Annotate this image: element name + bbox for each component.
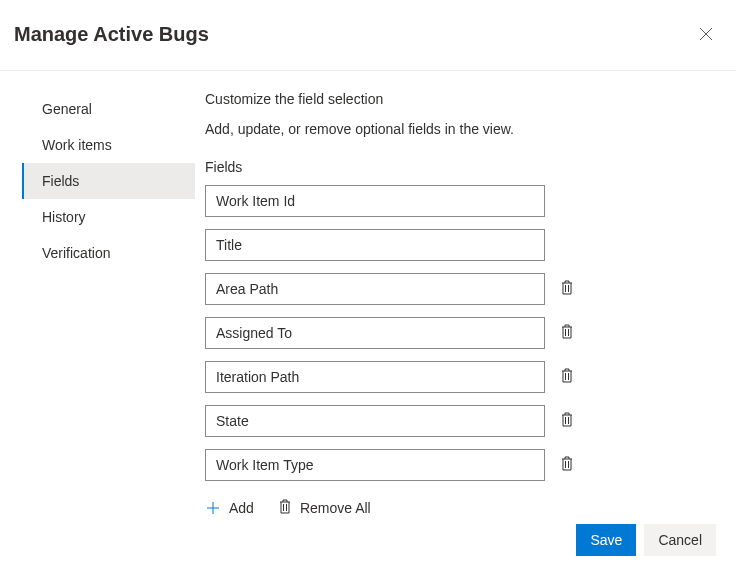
add-field-label: Add bbox=[229, 500, 254, 516]
remove-all-label: Remove All bbox=[300, 500, 371, 516]
close-button[interactable] bbox=[690, 18, 722, 50]
delete-field-button[interactable] bbox=[557, 323, 577, 343]
trash-icon bbox=[278, 499, 292, 517]
field-row bbox=[205, 405, 716, 437]
field-row bbox=[205, 361, 716, 393]
field-row bbox=[205, 185, 716, 217]
content-title: Customize the field selection bbox=[205, 91, 716, 107]
plus-icon bbox=[205, 500, 221, 516]
trash-icon bbox=[560, 324, 574, 342]
fields-section-label: Fields bbox=[205, 159, 716, 175]
save-button[interactable]: Save bbox=[576, 524, 636, 556]
field-row bbox=[205, 273, 716, 305]
sidebar-item-work-items[interactable]: Work items bbox=[22, 127, 195, 163]
trash-icon bbox=[560, 412, 574, 430]
trash-icon bbox=[560, 456, 574, 474]
close-icon bbox=[699, 27, 713, 41]
delete-field-button[interactable] bbox=[557, 455, 577, 475]
field-row bbox=[205, 229, 716, 261]
dialog-title: Manage Active Bugs bbox=[14, 23, 209, 46]
field-input[interactable] bbox=[205, 185, 545, 217]
cancel-button[interactable]: Cancel bbox=[644, 524, 716, 556]
field-actions: Add Remove All bbox=[205, 499, 716, 517]
sidebar-item-verification[interactable]: Verification bbox=[22, 235, 195, 271]
field-row bbox=[205, 317, 716, 349]
content-description: Add, update, or remove optional fields i… bbox=[205, 121, 716, 137]
field-input[interactable] bbox=[205, 449, 545, 481]
sidebar-item-general[interactable]: General bbox=[22, 91, 195, 127]
delete-field-button[interactable] bbox=[557, 279, 577, 299]
field-input[interactable] bbox=[205, 273, 545, 305]
trash-icon bbox=[560, 368, 574, 386]
field-list bbox=[205, 185, 716, 481]
delete-field-button[interactable] bbox=[557, 411, 577, 431]
sidebar-item-fields[interactable]: Fields bbox=[22, 163, 195, 199]
remove-all-button[interactable]: Remove All bbox=[278, 499, 371, 517]
sidebar-item-history[interactable]: History bbox=[22, 199, 195, 235]
content-pane: Customize the field selection Add, updat… bbox=[195, 91, 736, 517]
dialog-header: Manage Active Bugs bbox=[0, 0, 736, 70]
delete-field-button[interactable] bbox=[557, 367, 577, 387]
field-input[interactable] bbox=[205, 317, 545, 349]
field-input[interactable] bbox=[205, 229, 545, 261]
sidebar-nav: GeneralWork itemsFieldsHistoryVerificati… bbox=[0, 91, 195, 517]
field-input[interactable] bbox=[205, 405, 545, 437]
field-input[interactable] bbox=[205, 361, 545, 393]
dialog-body: GeneralWork itemsFieldsHistoryVerificati… bbox=[0, 71, 736, 517]
trash-icon bbox=[560, 280, 574, 298]
field-row bbox=[205, 449, 716, 481]
dialog-footer: Save Cancel bbox=[576, 524, 716, 556]
add-field-button[interactable]: Add bbox=[205, 500, 254, 516]
